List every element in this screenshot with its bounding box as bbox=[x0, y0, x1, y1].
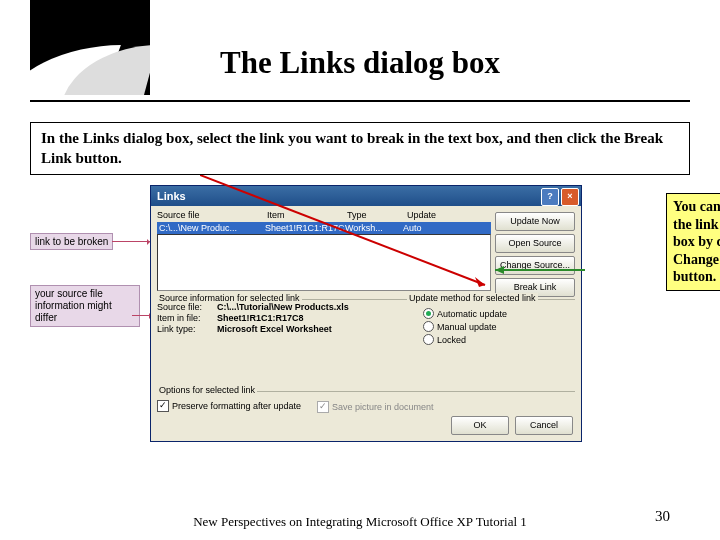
src-file-value: C:\...\Tutorial\New Products.xls bbox=[217, 302, 397, 312]
update-now-button[interactable]: Update Now bbox=[495, 212, 575, 231]
src-item-label: Item in file: bbox=[157, 313, 217, 323]
radio-auto[interactable]: Automatic update bbox=[423, 308, 573, 319]
radio-dot-icon bbox=[423, 334, 434, 345]
col-item: Item bbox=[267, 210, 347, 220]
col-type: Type bbox=[347, 210, 407, 220]
figure-area: link to be broken your source file infor… bbox=[30, 185, 690, 455]
row-source: C:\...\New Produc... bbox=[159, 223, 265, 233]
instruction-callout: In the Links dialog box, select the link… bbox=[30, 122, 690, 175]
link-list-box[interactable] bbox=[157, 234, 491, 291]
src-file-label: Source file: bbox=[157, 302, 217, 312]
radio-manual[interactable]: Manual update bbox=[423, 321, 573, 332]
side-callout: You can also modify the link in this dia… bbox=[666, 193, 720, 291]
footer-text: New Perspectives on Integrating Microsof… bbox=[180, 514, 540, 530]
check-savepic: ✓Save picture in document bbox=[317, 401, 575, 413]
row-type: Worksh... bbox=[345, 223, 403, 233]
options-group: Options for selected link ✓Preserve form… bbox=[157, 391, 575, 413]
slide-footer: New Perspectives on Integrating Microsof… bbox=[0, 514, 720, 530]
slide-title: The Links dialog box bbox=[30, 45, 690, 81]
dialog-titlebar: Links ? × bbox=[151, 186, 581, 206]
col-source: Source file bbox=[157, 210, 267, 220]
row-item: Sheet1!R1C1:R17C8 bbox=[265, 223, 345, 233]
row-update: Auto bbox=[403, 223, 443, 233]
src-item-value: Sheet1!R1C1:R17C8 bbox=[217, 313, 397, 323]
annotation-source-info: your source file information might diffe… bbox=[30, 285, 140, 327]
page-number: 30 bbox=[655, 508, 670, 525]
col-update: Update bbox=[407, 210, 457, 220]
open-source-button[interactable]: Open Source bbox=[495, 234, 575, 253]
checkbox-icon: ✓ bbox=[317, 401, 329, 413]
radio-locked[interactable]: Locked bbox=[423, 334, 573, 345]
change-source-button[interactable]: Change Source... bbox=[495, 256, 575, 275]
src-type-value: Microsoft Excel Worksheet bbox=[217, 324, 397, 334]
annotation-arrow bbox=[112, 241, 152, 242]
group-update-label: Update method for selected link bbox=[407, 293, 538, 303]
dialog-title: Links bbox=[157, 190, 186, 202]
update-method: Automatic update Manual update Locked bbox=[423, 306, 573, 345]
close-icon[interactable]: × bbox=[561, 188, 579, 206]
source-info: Source file: C:\...\Tutorial\New Product… bbox=[157, 302, 397, 334]
annotation-link-to-break: link to be broken bbox=[30, 233, 113, 250]
cancel-button[interactable]: Cancel bbox=[515, 416, 573, 435]
group-options-label: Options for selected link bbox=[157, 385, 257, 395]
group-source-label: Source information for selected link bbox=[157, 293, 302, 303]
help-icon[interactable]: ? bbox=[541, 188, 559, 206]
ok-button[interactable]: OK bbox=[451, 416, 509, 435]
links-dialog: Links ? × Source file Item Type Update C… bbox=[150, 185, 582, 442]
radio-dot-icon bbox=[423, 308, 434, 319]
src-type-label: Link type: bbox=[157, 324, 217, 334]
link-list-row[interactable]: C:\...\New Produc... Sheet1!R1C1:R17C8 W… bbox=[157, 222, 491, 234]
slide-header: The Links dialog box bbox=[30, 0, 690, 102]
checkbox-icon: ✓ bbox=[157, 400, 169, 412]
radio-dot-icon bbox=[423, 321, 434, 332]
